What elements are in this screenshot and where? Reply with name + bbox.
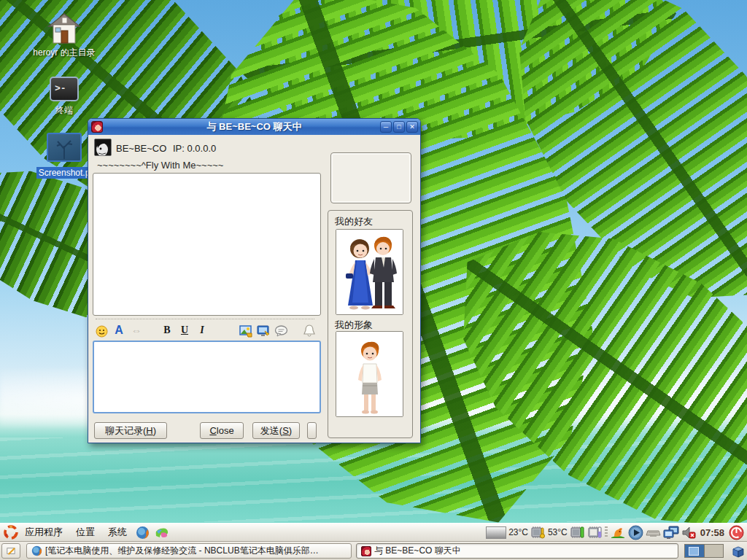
window-list-bar: [笔记本电脑使用、维护及保修经验交流 - NBCLUB笔记本电脑俱乐部… 与 B… [0, 542, 747, 560]
send-label: 发送( [260, 425, 282, 436]
chat-window-titlebar[interactable]: 与 BE~BE~CO 聊天中 ─ □ ✕ [88, 119, 420, 135]
fish-applet-icon[interactable] [610, 526, 626, 540]
gnome-panel: 应用程序 位置 系统 23°C [0, 523, 747, 542]
link-icon[interactable]: ⇔ [128, 324, 145, 336]
desktop-icon-label: Screenshot.p [36, 167, 93, 179]
desktop-icon-label: heroyr 的主目录 [31, 46, 97, 60]
send-button[interactable]: 发送(S) [252, 422, 300, 439]
history-label-post: ) [153, 425, 156, 436]
home-icon [47, 13, 81, 44]
format-toolbar: A ⇔ B U I [93, 322, 321, 339]
friends-image[interactable] [336, 229, 403, 315]
quick-reply-icon[interactable] [272, 324, 290, 337]
toolbar-separator [96, 319, 314, 319]
peer-signature: ~~~~~~~~^Fly With Me~~~~~ [97, 160, 223, 171]
send-image-icon[interactable] [237, 324, 255, 338]
send-key: S [282, 425, 289, 436]
media-player-icon[interactable] [628, 525, 643, 540]
workspace-1[interactable] [685, 545, 704, 557]
ubuntu-menu-icon[interactable] [4, 525, 18, 540]
menu-applications[interactable]: 应用程序 [18, 524, 69, 541]
sys-temp-chip-icon[interactable] [570, 525, 585, 540]
cpu-temp-chip-icon[interactable] [530, 525, 546, 540]
history-label: 聊天记录( [105, 425, 146, 436]
chat-history-button[interactable]: 聊天记录(H) [94, 422, 167, 439]
tray-separator [605, 526, 608, 538]
menu-system[interactable]: 系统 [101, 524, 133, 541]
temp1-value: 23°C [508, 527, 528, 537]
workspace-2[interactable] [704, 545, 723, 557]
window-button-chat[interactable]: 与 BE~BE~CO 聊天中 [356, 543, 678, 559]
touchpad-icon[interactable] [646, 526, 661, 539]
chat-window: 与 BE~BE~CO 聊天中 ─ □ ✕ BE~BE~CO IP: 0.0.0.… [88, 118, 421, 443]
desktop: heroyr 的主目录 >- 终端 Screenshot.p 与 BE~BE~C… [0, 0, 747, 560]
chat-window-icon [361, 546, 371, 556]
chat-window-body: BE~BE~CO IP: 0.0.0.0 ~~~~~~~~^Fly With M… [88, 135, 420, 444]
my-avatar-image[interactable] [336, 331, 403, 417]
bell-icon[interactable] [301, 324, 318, 338]
underline-button[interactable]: U [176, 324, 193, 336]
side-panel: 我的好友 [328, 210, 413, 438]
screen-capture-icon[interactable] [255, 324, 272, 338]
video-preview-box [330, 152, 411, 203]
emoticon-icon[interactable] [93, 324, 110, 338]
screenshot-thumbnail-icon [47, 133, 82, 162]
close-button[interactable]: Close [200, 422, 244, 439]
chat-history-area[interactable] [93, 173, 321, 316]
button-row: 聊天记录(H) Close 发送(S) [88, 422, 329, 440]
friends-label: 我的好友 [335, 215, 373, 228]
message-input[interactable] [93, 341, 321, 413]
graphics-app-icon[interactable] [154, 526, 169, 540]
send-label-post: ) [289, 425, 292, 436]
font-color-icon[interactable]: A [110, 324, 128, 337]
window-button-firefox[interactable]: [笔记本电脑使用、维护及保修经验交流 - NBCLUB笔记本电脑俱乐部… [26, 543, 352, 559]
trash-icon[interactable] [731, 544, 746, 559]
peer-avatar[interactable] [94, 139, 112, 156]
desktop-icon-label: 终端 [53, 104, 75, 117]
chat-window-title: 与 BE~BE~CO 聊天中 [88, 120, 420, 133]
system-tray: 23°C 53°C [486, 525, 747, 540]
window-title: 与 BE~BE~CO 聊天中 [374, 545, 461, 557]
close-label-post: lose [217, 425, 234, 436]
expand-button[interactable] [307, 422, 317, 439]
show-desktop-icon [7, 546, 15, 556]
volume-muted-icon[interactable] [681, 526, 696, 540]
desktop-icon-terminal[interactable]: >- 终端 [28, 77, 101, 117]
workspace-switcher [684, 544, 724, 558]
window-title: [笔记本电脑使用、维护及保修经验交流 - NBCLUB笔记本电脑俱乐部… [45, 545, 319, 557]
close-window-button[interactable]: ✕ [406, 121, 418, 133]
power-icon[interactable] [729, 525, 744, 540]
peer-ip: IP: 0.0.0.0 [173, 143, 216, 154]
temp2-value: 53°C [548, 527, 568, 537]
minimize-button[interactable]: ─ [380, 121, 392, 133]
network-monitors-icon[interactable] [663, 525, 679, 540]
battery-chip-icon[interactable] [587, 525, 603, 540]
italic-button[interactable]: I [193, 324, 211, 336]
terminal-glyph: >- [55, 83, 66, 94]
close-key: C [209, 425, 216, 436]
message-input-wrap [93, 341, 321, 413]
show-desktop-button[interactable] [1, 543, 20, 559]
firefox-launcher-icon[interactable] [136, 526, 150, 540]
desktop-icon-home[interactable]: heroyr 的主目录 [28, 13, 101, 60]
chat-app-icon [91, 121, 103, 133]
clock[interactable]: 07:58 [700, 527, 724, 538]
maximize-button[interactable]: □ [393, 121, 405, 133]
peer-name: BE~BE~CO [116, 143, 166, 154]
menu-places[interactable]: 位置 [69, 524, 101, 541]
bold-button[interactable]: B [158, 324, 176, 336]
terminal-icon: >- [50, 77, 79, 101]
firefox-window-icon [31, 545, 42, 556]
applet-box[interactable] [486, 526, 506, 539]
my-avatar-label: 我的形象 [335, 319, 373, 332]
history-key: H [146, 425, 152, 436]
